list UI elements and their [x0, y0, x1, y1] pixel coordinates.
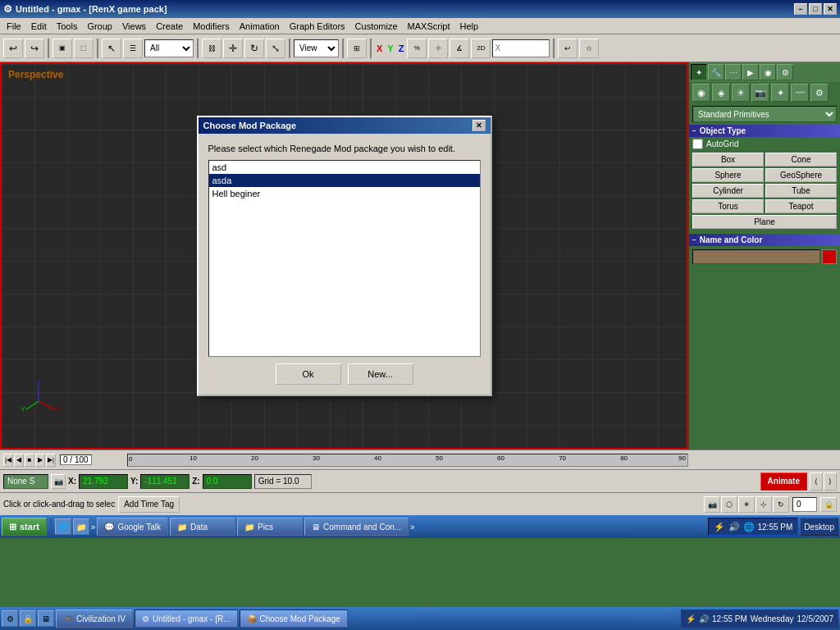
- quicklaunch-icon-1[interactable]: 🌐: [55, 518, 71, 535]
- snap-button[interactable]: ⊹: [428, 39, 448, 58]
- torus-button[interactable]: Torus: [692, 199, 764, 213]
- tray2-icon2[interactable]: 🔊: [699, 614, 709, 623]
- std-primitives-select[interactable]: Standard Primitives: [692, 106, 837, 122]
- tube-button[interactable]: Tube: [765, 184, 837, 198]
- menu-edit[interactable]: Edit: [26, 20, 52, 33]
- menu-file[interactable]: File: [2, 20, 26, 33]
- taskbar-data[interactable]: 📁 Data: [170, 518, 235, 536]
- box-button[interactable]: Box: [692, 153, 764, 167]
- scale-button[interactable]: ⤡: [266, 39, 285, 58]
- lock-icon[interactable]: 🔒: [820, 497, 837, 512]
- snap-small-icon[interactable]: ⊹: [756, 496, 772, 513]
- list-item-asda[interactable]: asda: [209, 174, 480, 187]
- start-button[interactable]: ⊞ start: [2, 518, 47, 536]
- taskbar-choose-mod[interactable]: 📦 Choose Mod Package: [240, 609, 348, 628]
- menu-help[interactable]: Help: [455, 20, 484, 33]
- close-button[interactable]: ✕: [824, 3, 837, 15]
- dialog-ok-button[interactable]: Ok: [276, 363, 341, 385]
- plane-button[interactable]: Plane: [692, 215, 837, 229]
- mirror-button[interactable]: ⊞: [347, 39, 367, 58]
- timeline-next-button[interactable]: ▶|: [46, 454, 56, 467]
- cone-button[interactable]: Cone: [765, 153, 837, 167]
- undo-button[interactable]: ↩: [3, 39, 23, 58]
- redo-button[interactable]: ↪: [25, 39, 44, 58]
- panel-icon-systems[interactable]: ⚙: [810, 84, 829, 102]
- panel-icon-cameras[interactable]: 📷: [751, 84, 769, 102]
- object-type-header[interactable]: − Object Type: [689, 125, 840, 137]
- minimize-button[interactable]: −: [794, 3, 807, 15]
- panel-icon-helpers[interactable]: ✦: [771, 84, 789, 102]
- orbit-icon[interactable]: ↻: [773, 496, 789, 513]
- menu-group[interactable]: Group: [82, 20, 117, 33]
- z-coord[interactable]: 0.0: [203, 474, 252, 489]
- add-time-tag-button[interactable]: Add Time Tag: [118, 496, 180, 513]
- tray-icon-1[interactable]: ⚡: [714, 522, 725, 532]
- dialog-new-button[interactable]: New...: [348, 363, 413, 385]
- select-object-button[interactable]: ▣: [52, 39, 72, 58]
- lights-small-icon[interactable]: ☀: [738, 496, 755, 513]
- menu-views[interactable]: Views: [117, 20, 151, 33]
- panel-icon-lights[interactable]: ☀: [732, 84, 750, 102]
- percent-snap-button[interactable]: %: [407, 39, 427, 58]
- selection-filter-select[interactable]: All: [144, 39, 194, 57]
- move-button[interactable]: ✛: [223, 39, 243, 58]
- transform-x-input[interactable]: [492, 39, 550, 57]
- taskbar-civ4[interactable]: 🎮 Civilization IV: [56, 609, 133, 628]
- list-item-asd[interactable]: asd: [209, 161, 480, 174]
- list-item-hell-beginer[interactable]: Hell beginer: [209, 187, 480, 200]
- taskbar-row2-icon3[interactable]: 🖥: [38, 610, 54, 627]
- taskbar-row2-icon1[interactable]: ⚙: [2, 610, 18, 627]
- undo-scene-button[interactable]: ↩: [558, 39, 578, 58]
- camera-icon[interactable]: 📷: [51, 474, 66, 489]
- panel-tab-utilities[interactable]: ⚙: [777, 64, 793, 80]
- panel-tab-modify[interactable]: 🔧: [708, 64, 724, 80]
- rotate-button[interactable]: ↻: [244, 39, 264, 58]
- timeline-track[interactable]: 0 10 20 30 40 50 60 70 80 90: [127, 454, 688, 467]
- taskbar-googletalk[interactable]: 💬 Google Talk: [97, 518, 168, 536]
- timeline-stop-button[interactable]: ■: [25, 454, 34, 467]
- menu-tools[interactable]: Tools: [52, 20, 83, 33]
- panel-icon-geom[interactable]: ◉: [692, 84, 710, 102]
- menu-maxscript[interactable]: MAXScript: [403, 20, 455, 33]
- object-name-input[interactable]: [692, 249, 820, 264]
- taskbar-gmax[interactable]: ⚙ Untitled - gmax - [R...: [135, 609, 237, 628]
- next-frame-btn[interactable]: ⟩: [824, 472, 837, 491]
- timeline-play-button[interactable]: ▶: [35, 454, 45, 467]
- x-coord[interactable]: 21.793: [79, 474, 128, 489]
- prev-frame-btn[interactable]: ⟨: [810, 472, 823, 491]
- geosphere-button[interactable]: GeoSphere: [765, 168, 837, 182]
- panel-icon-shapes[interactable]: ◈: [712, 84, 730, 102]
- quicklaunch-more[interactable]: »: [91, 523, 96, 532]
- object-small-icon[interactable]: ⬡: [721, 496, 737, 513]
- named-selection-button[interactable]: ☆: [579, 39, 599, 58]
- link-button[interactable]: ⛓: [202, 39, 221, 58]
- viewport[interactable]: Perspective X Y Z Choose Mod Package ✕: [0, 62, 688, 450]
- tray-icon-2[interactable]: 🔊: [728, 522, 740, 532]
- tray2-icon1[interactable]: ⚡: [686, 614, 696, 623]
- menu-modifiers[interactable]: Modifiers: [188, 20, 235, 33]
- taskbar-pics[interactable]: 📁 Pics: [237, 518, 303, 536]
- teapot-button[interactable]: Teapot: [765, 199, 837, 213]
- panel-tab-hierarchy[interactable]: ⋯: [725, 64, 742, 80]
- menu-animation[interactable]: Animation: [235, 20, 285, 33]
- menu-customize[interactable]: Customize: [350, 20, 403, 33]
- menu-create[interactable]: Create: [151, 20, 188, 33]
- select-name-button[interactable]: ☰: [123, 39, 143, 58]
- name-color-header[interactable]: − Name and Color: [689, 234, 840, 246]
- desktop-button[interactable]: Desktop: [800, 518, 838, 536]
- angle-snap-button[interactable]: ∡: [450, 39, 469, 58]
- color-swatch[interactable]: [822, 249, 837, 264]
- y-coord[interactable]: -111.451: [140, 474, 189, 489]
- panel-icon-spacewarps[interactable]: 〰: [791, 84, 809, 102]
- restore-button[interactable]: □: [809, 3, 822, 15]
- menu-graph-editors[interactable]: Graph Editors: [285, 20, 350, 33]
- camera-small-icon[interactable]: 📷: [704, 496, 720, 513]
- panel-tab-motion[interactable]: ▶: [742, 64, 759, 80]
- autogrid-checkbox[interactable]: [692, 139, 703, 149]
- tray-icon-3[interactable]: 🌐: [743, 522, 755, 532]
- animate-button[interactable]: Animate: [760, 472, 807, 491]
- cylinder-button[interactable]: Cylinder: [692, 184, 764, 198]
- snap-2d-button[interactable]: 2D: [471, 39, 491, 58]
- taskbar-command[interactable]: 🖥 Command and Con...: [304, 518, 409, 536]
- panel-tab-create[interactable]: ✦: [691, 64, 707, 80]
